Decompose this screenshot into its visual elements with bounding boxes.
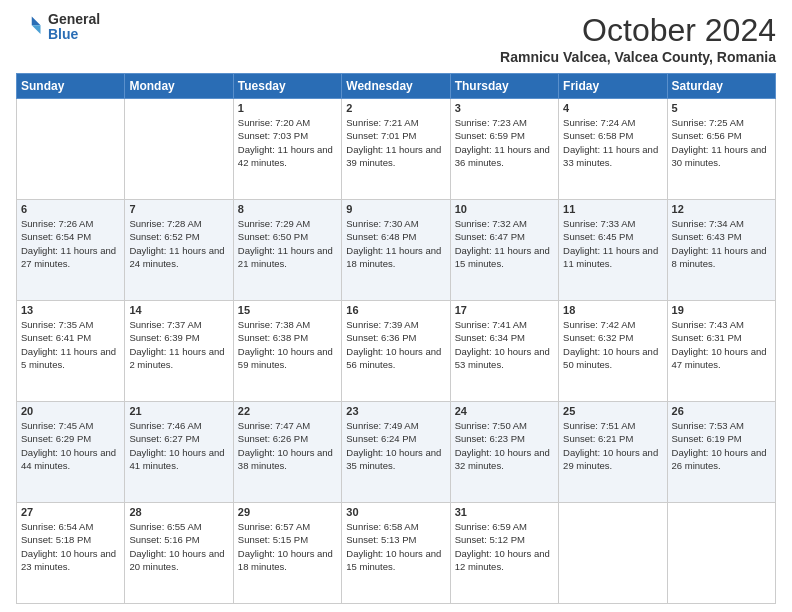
day-info: Sunrise: 7:32 AMSunset: 6:47 PMDaylight:…: [455, 217, 554, 270]
day-info: Sunrise: 7:20 AMSunset: 7:03 PMDaylight:…: [238, 116, 337, 169]
day-number: 6: [21, 203, 120, 215]
sunrise: Sunrise: 7:51 AM: [563, 420, 635, 431]
week-row-1: 1Sunrise: 7:20 AMSunset: 7:03 PMDaylight…: [17, 99, 776, 200]
daylight: Daylight: 10 hours and 35 minutes.: [346, 447, 441, 471]
sunrise: Sunrise: 7:43 AM: [672, 319, 744, 330]
logo-text: General Blue: [48, 12, 100, 43]
day-info: Sunrise: 7:51 AMSunset: 6:21 PMDaylight:…: [563, 419, 662, 472]
cell-1-2: 8Sunrise: 7:29 AMSunset: 6:50 PMDaylight…: [233, 200, 341, 301]
daylight: Daylight: 10 hours and 26 minutes.: [672, 447, 767, 471]
day-info: Sunrise: 7:42 AMSunset: 6:32 PMDaylight:…: [563, 318, 662, 371]
daylight: Daylight: 11 hours and 27 minutes.: [21, 245, 116, 269]
day-number: 18: [563, 304, 662, 316]
sunrise: Sunrise: 6:58 AM: [346, 521, 418, 532]
sunset: Sunset: 5:12 PM: [455, 534, 525, 545]
cell-3-4: 24Sunrise: 7:50 AMSunset: 6:23 PMDayligh…: [450, 402, 558, 503]
daylight: Daylight: 10 hours and 47 minutes.: [672, 346, 767, 370]
sunset: Sunset: 5:18 PM: [21, 534, 91, 545]
sunset: Sunset: 6:45 PM: [563, 231, 633, 242]
day-info: Sunrise: 7:29 AMSunset: 6:50 PMDaylight:…: [238, 217, 337, 270]
sunrise: Sunrise: 7:49 AM: [346, 420, 418, 431]
sunset: Sunset: 6:36 PM: [346, 332, 416, 343]
cell-2-4: 17Sunrise: 7:41 AMSunset: 6:34 PMDayligh…: [450, 301, 558, 402]
cell-1-6: 12Sunrise: 7:34 AMSunset: 6:43 PMDayligh…: [667, 200, 775, 301]
day-info: Sunrise: 7:33 AMSunset: 6:45 PMDaylight:…: [563, 217, 662, 270]
day-number: 9: [346, 203, 445, 215]
sunrise: Sunrise: 7:28 AM: [129, 218, 201, 229]
sunset: Sunset: 6:41 PM: [21, 332, 91, 343]
sunset: Sunset: 6:54 PM: [21, 231, 91, 242]
sunrise: Sunrise: 7:53 AM: [672, 420, 744, 431]
sunrise: Sunrise: 7:23 AM: [455, 117, 527, 128]
calendar-table: Sunday Monday Tuesday Wednesday Thursday…: [16, 73, 776, 604]
sunrise: Sunrise: 7:50 AM: [455, 420, 527, 431]
day-info: Sunrise: 7:53 AMSunset: 6:19 PMDaylight:…: [672, 419, 771, 472]
sunset: Sunset: 6:23 PM: [455, 433, 525, 444]
daylight: Daylight: 11 hours and 5 minutes.: [21, 346, 116, 370]
cell-4-2: 29Sunrise: 6:57 AMSunset: 5:15 PMDayligh…: [233, 503, 341, 604]
daylight: Daylight: 10 hours and 56 minutes.: [346, 346, 441, 370]
cell-4-0: 27Sunrise: 6:54 AMSunset: 5:18 PMDayligh…: [17, 503, 125, 604]
sunrise: Sunrise: 7:37 AM: [129, 319, 201, 330]
cell-0-3: 2Sunrise: 7:21 AMSunset: 7:01 PMDaylight…: [342, 99, 450, 200]
sunset: Sunset: 6:58 PM: [563, 130, 633, 141]
day-info: Sunrise: 6:59 AMSunset: 5:12 PMDaylight:…: [455, 520, 554, 573]
sunset: Sunset: 7:03 PM: [238, 130, 308, 141]
day-number: 4: [563, 102, 662, 114]
col-tuesday: Tuesday: [233, 74, 341, 99]
cell-0-0: [17, 99, 125, 200]
daylight: Daylight: 10 hours and 20 minutes.: [129, 548, 224, 572]
cell-0-1: [125, 99, 233, 200]
day-number: 1: [238, 102, 337, 114]
day-number: 17: [455, 304, 554, 316]
sunset: Sunset: 6:52 PM: [129, 231, 199, 242]
daylight: Daylight: 10 hours and 15 minutes.: [346, 548, 441, 572]
sunset: Sunset: 6:24 PM: [346, 433, 416, 444]
day-info: Sunrise: 7:41 AMSunset: 6:34 PMDaylight:…: [455, 318, 554, 371]
header-row: Sunday Monday Tuesday Wednesday Thursday…: [17, 74, 776, 99]
svg-marker-1: [32, 26, 41, 35]
day-number: 28: [129, 506, 228, 518]
day-number: 12: [672, 203, 771, 215]
daylight: Daylight: 11 hours and 21 minutes.: [238, 245, 333, 269]
day-number: 31: [455, 506, 554, 518]
daylight: Daylight: 10 hours and 38 minutes.: [238, 447, 333, 471]
header: General Blue October 2024 Ramnicu Valcea…: [16, 12, 776, 65]
sunrise: Sunrise: 7:32 AM: [455, 218, 527, 229]
day-number: 25: [563, 405, 662, 417]
daylight: Daylight: 10 hours and 12 minutes.: [455, 548, 550, 572]
sunrise: Sunrise: 7:30 AM: [346, 218, 418, 229]
sunrise: Sunrise: 7:42 AM: [563, 319, 635, 330]
sunrise: Sunrise: 7:34 AM: [672, 218, 744, 229]
cell-1-3: 9Sunrise: 7:30 AMSunset: 6:48 PMDaylight…: [342, 200, 450, 301]
daylight: Daylight: 11 hours and 15 minutes.: [455, 245, 550, 269]
day-number: 27: [21, 506, 120, 518]
day-number: 22: [238, 405, 337, 417]
sunset: Sunset: 6:27 PM: [129, 433, 199, 444]
daylight: Daylight: 10 hours and 18 minutes.: [238, 548, 333, 572]
cell-3-6: 26Sunrise: 7:53 AMSunset: 6:19 PMDayligh…: [667, 402, 775, 503]
cell-1-1: 7Sunrise: 7:28 AMSunset: 6:52 PMDaylight…: [125, 200, 233, 301]
sunrise: Sunrise: 6:54 AM: [21, 521, 93, 532]
daylight: Daylight: 10 hours and 50 minutes.: [563, 346, 658, 370]
cell-1-5: 11Sunrise: 7:33 AMSunset: 6:45 PMDayligh…: [559, 200, 667, 301]
sunrise: Sunrise: 7:38 AM: [238, 319, 310, 330]
day-number: 11: [563, 203, 662, 215]
sunset: Sunset: 5:13 PM: [346, 534, 416, 545]
logo-blue: Blue: [48, 27, 100, 42]
calendar-body: 1Sunrise: 7:20 AMSunset: 7:03 PMDaylight…: [17, 99, 776, 604]
daylight: Daylight: 11 hours and 42 minutes.: [238, 144, 333, 168]
sunset: Sunset: 6:50 PM: [238, 231, 308, 242]
week-row-2: 6Sunrise: 7:26 AMSunset: 6:54 PMDaylight…: [17, 200, 776, 301]
day-number: 20: [21, 405, 120, 417]
day-number: 5: [672, 102, 771, 114]
sunset: Sunset: 6:31 PM: [672, 332, 742, 343]
cell-2-6: 19Sunrise: 7:43 AMSunset: 6:31 PMDayligh…: [667, 301, 775, 402]
cell-0-2: 1Sunrise: 7:20 AMSunset: 7:03 PMDaylight…: [233, 99, 341, 200]
day-number: 29: [238, 506, 337, 518]
sunset: Sunset: 6:39 PM: [129, 332, 199, 343]
cell-2-0: 13Sunrise: 7:35 AMSunset: 6:41 PMDayligh…: [17, 301, 125, 402]
col-wednesday: Wednesday: [342, 74, 450, 99]
cell-4-5: [559, 503, 667, 604]
week-row-5: 27Sunrise: 6:54 AMSunset: 5:18 PMDayligh…: [17, 503, 776, 604]
